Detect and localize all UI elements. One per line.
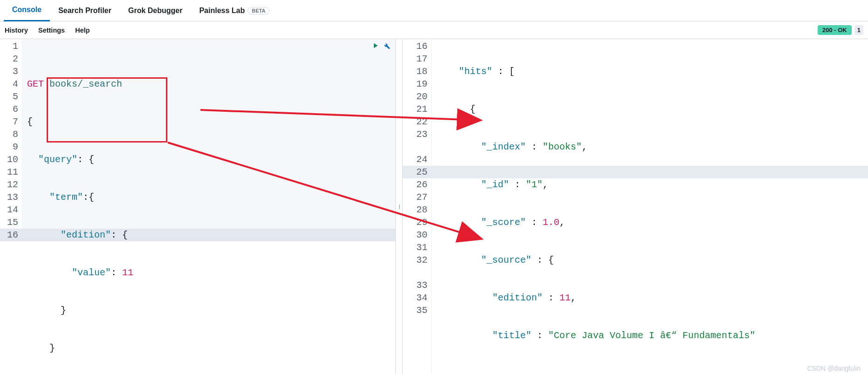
- help-link[interactable]: Help: [75, 27, 90, 34]
- request-count-badge[interactable]: 1: [854, 25, 863, 35]
- status-badge[interactable]: 200 - OK: [818, 25, 852, 35]
- wrench-icon[interactable]: [382, 41, 391, 54]
- tab-painless-lab[interactable]: Painless Lab BETA: [191, 0, 278, 21]
- watermark: CSDN @dangfulin: [807, 365, 861, 372]
- tab-search-profiler[interactable]: Search Profiler: [50, 0, 120, 21]
- tab-console[interactable]: Console: [4, 0, 50, 21]
- tab-grok-debugger[interactable]: Grok Debugger: [120, 0, 191, 21]
- beta-badge: BETA: [248, 7, 269, 14]
- console-main: 1 2 3 4 5 6 7 8 9 10 11 12 13 14 15 16 G…: [0, 39, 868, 374]
- request-code[interactable]: GET books/_search { "query": { "term":{ …: [22, 39, 395, 374]
- response-code: "hits" : [ { "_index" : "books", "_id" :…: [432, 39, 868, 374]
- run-icon[interactable]: [371, 41, 379, 54]
- settings-link[interactable]: Settings: [38, 27, 65, 34]
- history-link[interactable]: History: [5, 27, 28, 34]
- tab-painless-label: Painless Lab: [199, 7, 245, 15]
- pane-splitter[interactable]: [395, 39, 403, 374]
- dev-tools-tabs: Console Search Profiler Grok Debugger Pa…: [0, 0, 868, 21]
- response-gutter: 16 17 18 19 20 21 22 23 24 25 26 27 28 2…: [403, 39, 432, 374]
- console-toolbar: History Settings Help 200 - OK 1: [0, 21, 868, 39]
- request-editor[interactable]: 1 2 3 4 5 6 7 8 9 10 11 12 13 14 15 16 G…: [0, 39, 395, 374]
- response-viewer[interactable]: 16 17 18 19 20 21 22 23 24 25 26 27 28 2…: [403, 39, 868, 374]
